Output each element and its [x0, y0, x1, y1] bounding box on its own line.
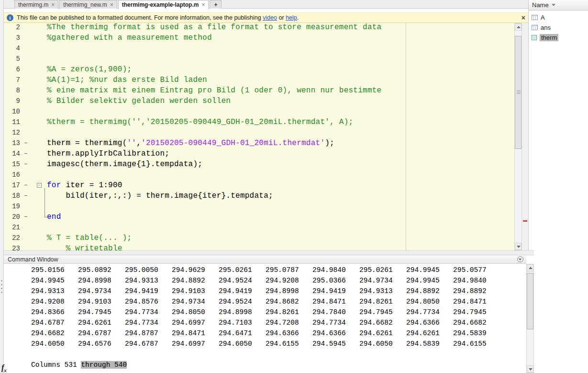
code-line-21[interactable]: 21	[4, 222, 514, 233]
code-line-3[interactable]: 3%gathered with a measurement method	[4, 33, 514, 43]
code-line-20[interactable]: 20–end	[4, 212, 514, 222]
workspace-variable-ans[interactable]: ans	[529, 23, 588, 33]
code-line-12[interactable]: 12	[4, 127, 514, 138]
code-line-19[interactable]: 19	[4, 201, 514, 212]
editor-tab[interactable]: thermimg.m×	[14, 0, 58, 9]
code-token: );	[325, 139, 334, 147]
output-value: 294.6787	[125, 339, 172, 349]
code-text: %The thermimg format is used as a file f…	[43, 23, 381, 33]
tab-close-icon[interactable]: ×	[110, 2, 113, 7]
line-number: 23	[4, 243, 22, 250]
fold-column	[30, 64, 43, 75]
code-line-13[interactable]: 13–therm = thermimg('','20150205-090449_…	[4, 138, 514, 148]
panel-collapse-icon[interactable]	[517, 256, 523, 262]
code-line-11[interactable]: 11%therm = thermimg('','20150205-090449_…	[4, 117, 514, 127]
code-token: imagesc(therm.image{1}.tempdata);	[47, 160, 202, 169]
output-value: 295.0892	[78, 265, 125, 275]
output-value: 295.0156	[31, 265, 78, 275]
code-line-2[interactable]: 2%The thermimg format is used as a file …	[4, 23, 514, 33]
code-line-10[interactable]: 10	[4, 106, 514, 117]
output-value: 294.6050	[219, 339, 266, 349]
code-text: for iter = 1:900	[43, 180, 122, 191]
editor-tab[interactable]: thermimg-example-laptop.m×	[118, 0, 209, 9]
editor-vertical-scrollbar[interactable]	[514, 23, 522, 250]
horizontal-splitter[interactable]	[4, 250, 534, 255]
fold-column	[30, 222, 43, 233]
code-line-9[interactable]: 9% Bilder selektiv geladen werden sollen	[4, 96, 514, 106]
code-editor[interactable]: 2%The thermimg format is used as a file …	[4, 23, 514, 250]
code-token: bild(iter,:,:) = therm.image{iter}.tempd…	[47, 192, 273, 200]
tab-label: thermimg_new.m	[63, 1, 107, 8]
code-line-15[interactable]: 15–imagesc(therm.image{1}.tempdata);	[4, 159, 514, 170]
output-value: 294.7734	[312, 317, 359, 328]
command-window-scrollbar[interactable]	[526, 264, 534, 373]
code-line-17[interactable]: 17–−for iter = 1:900	[4, 180, 514, 191]
output-value: 294.6261	[406, 328, 453, 339]
tab-close-icon[interactable]: ×	[201, 2, 205, 7]
fold-toggle-icon[interactable]: −	[37, 183, 42, 188]
thumb-grip-icon	[517, 90, 521, 94]
line-number: 22	[4, 233, 22, 243]
output-value: 294.8787	[125, 328, 172, 339]
code-line-23[interactable]: 23 % writetable	[4, 243, 514, 250]
scroll-down-arrow-icon[interactable]	[527, 365, 533, 373]
code-line-7[interactable]: 7%A(1)=1; %nur das erste Bild laden	[4, 75, 514, 85]
new-tab-button[interactable]: +	[210, 0, 222, 9]
output-row: 294.9945294.8998294.9313294.8892294.9524…	[4, 275, 526, 286]
code-token: % eine matrix mit einem Eintrag pro Bild…	[47, 86, 381, 95]
line-number: 5	[4, 54, 22, 64]
output-value: 294.9313	[31, 286, 78, 296]
workspace-variable-therm[interactable]: therm	[529, 33, 588, 43]
code-line-6[interactable]: 6%A = zeros(1,900);	[4, 64, 514, 75]
output-value: 294.9313	[125, 275, 172, 286]
line-number: 15	[4, 159, 22, 170]
scroll-up-arrow-icon[interactable]	[515, 23, 521, 31]
execute-marker	[22, 33, 30, 43]
code-text: bild(iter,:,:) = therm.image{iter}.tempd…	[43, 191, 273, 201]
code-text	[43, 222, 47, 233]
editor-toolbar-gap	[4, 9, 528, 12]
workspace-variable-A[interactable]: A	[529, 12, 588, 23]
code-token: %therm = thermimg('','20150205-090449_GD…	[47, 118, 353, 126]
fold-column	[30, 138, 43, 148]
editor-scrollbar-thumb[interactable]	[515, 36, 521, 149]
code-line-14[interactable]: 14–therm.applyIrbCalibration;	[4, 148, 514, 159]
code-text	[43, 127, 47, 138]
infobar-close-icon[interactable]: ×	[521, 14, 525, 22]
code-line-4[interactable]: 4	[4, 43, 514, 54]
code-text: %therm = thermimg('','20150205-090449_GD…	[43, 117, 353, 127]
code-line-16[interactable]: 16	[4, 170, 514, 180]
output-value: 294.6997	[172, 339, 219, 349]
code-warning-marker[interactable]	[523, 220, 527, 222]
line-number: 18	[4, 191, 22, 201]
fold-column: −	[30, 180, 43, 191]
command-scrollbar-thumb[interactable]	[527, 273, 533, 329]
editor-tab[interactable]: thermimg_new.m×	[59, 0, 117, 9]
output-value: 294.7208	[266, 317, 312, 328]
output-value: 294.5945	[312, 339, 359, 349]
command-window-output[interactable]: 295.0156295.0892295.0050294.9629295.0261…	[4, 264, 526, 373]
workspace-name-header[interactable]: Name	[529, 0, 588, 11]
editor-tab-bar: thermimg.m×thermimg_new.m×thermimg-examp…	[4, 0, 528, 9]
output-value: 294.6682	[359, 317, 406, 328]
output-value: 294.7945	[359, 307, 406, 317]
output-value: 294.9945	[31, 275, 78, 286]
code-line-22[interactable]: 22% T = table(... );	[4, 233, 514, 243]
code-line-18[interactable]: 18– bild(iter,:,:) = therm.image{iter}.t…	[4, 191, 514, 201]
output-value: 294.8471	[312, 296, 359, 307]
fold-guide-line	[44, 188, 45, 217]
left-panel-splitter[interactable]	[0, 0, 4, 373]
output-value: 294.9945	[406, 275, 453, 286]
scroll-down-arrow-icon[interactable]	[515, 243, 521, 250]
tab-close-icon[interactable]: ×	[51, 2, 55, 7]
execute-marker	[22, 23, 30, 33]
publish-help-link[interactable]: help	[286, 14, 297, 21]
output-value: 294.8892	[453, 286, 500, 296]
scroll-up-arrow-icon[interactable]	[527, 264, 533, 271]
code-line-8[interactable]: 8% eine matrix mit einem Eintrag pro Bil…	[4, 85, 514, 96]
code-line-5[interactable]: 5	[4, 54, 514, 64]
output-value: 294.9840	[453, 275, 500, 286]
publish-video-link[interactable]: video	[263, 14, 277, 21]
code-text: %A = zeros(1,900);	[43, 64, 132, 75]
fold-column	[30, 170, 43, 180]
